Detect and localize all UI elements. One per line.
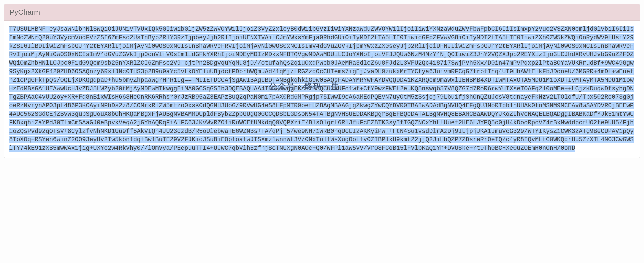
card-body: 公众号：终码一生 T7USULHBNF-eyJsaWNlbnNlSWQiOiJU… [4, 21, 640, 158]
license-segment: GJhY2tEYXRlIjoiMjAyNi0wOS0xNCIsInBhaWRVc… [75, 43, 404, 50]
license-segment: T7USULHBNF-eyJsaWNlbnNlSWQiOiJUN1VTVUxIQ… [9, 26, 338, 33]
card-header[interactable]: PyCharm [4, 4, 640, 21]
license-code[interactable]: T7USULHBNF-eyJsaWNlbnNlSWQiOiJUN1VTVUxIQ… [9, 25, 635, 153]
license-segment: //lOmVya/PEepuuTTI4+UJwC7qbVlh5zfhj8oTNU… [141, 145, 469, 152]
license-segment: 4AUo562SGdCEjZBvW3gubSgUouX8bOhHKQaMBgxF… [9, 111, 338, 118]
license-segment: 29uY3VycmVudFVzZSI6ZmFsc2UsInByb2R1Y3RzI… [42, 34, 371, 41]
license-segment: yl2fvNhNKD1Uu9ff5AkVIQn4JU23ozdB/R5oUleb… [75, 128, 404, 135]
license-segment: pAX0Rd6MPRgjp75IWwI9eA6aMEdPQEVN7uyOtM5z… [272, 94, 601, 101]
license-segment: +rt9Th0BCHXe0uZOEmH0nOnH/0onD [469, 145, 575, 152]
license-segment: etHZBAgMBAAGjgZkwgZYwCQYDVR0TBAIwADAdBgN… [305, 102, 633, 109]
license-segment: YPd30TlmCmSAaGJ0eBpvkVeqA2jGYhAQRqFiAlFC… [42, 119, 371, 126]
license-segment: GVuZGVkIjp0cnVlfV0sIm1ldGFkYXRhIjoiMDEyM… [108, 51, 436, 58]
license-segment: BAQUAA4IBDwAwggEKAoIBAQCUlaUFc1wf+CfY9wz… [239, 85, 568, 92]
license-segment: c5vLkOYEluUBjdctPDbrhWQmuAd/1qMj/LRGZzdO… [173, 68, 502, 75]
license-segment: ETDCCAjSgAwIBAgIBDTANBgkqhkiG9w0BAQsFADA… [206, 77, 535, 84]
license-card: PyCharm 公众号：终码一生 T7USULHBNF-eyJsaWNlbnNl… [4, 4, 640, 158]
license-segment: Iw5kbn1dqfBw1BuTE29V2FJKicJSu8iEOpfoafwJ… [108, 136, 436, 143]
card-title: PyCharm [10, 8, 40, 16]
license-segment: CI6ZmFsc2V9-cjtPn2BDgvquYqMu8jD//otufahQ… [141, 60, 469, 67]
